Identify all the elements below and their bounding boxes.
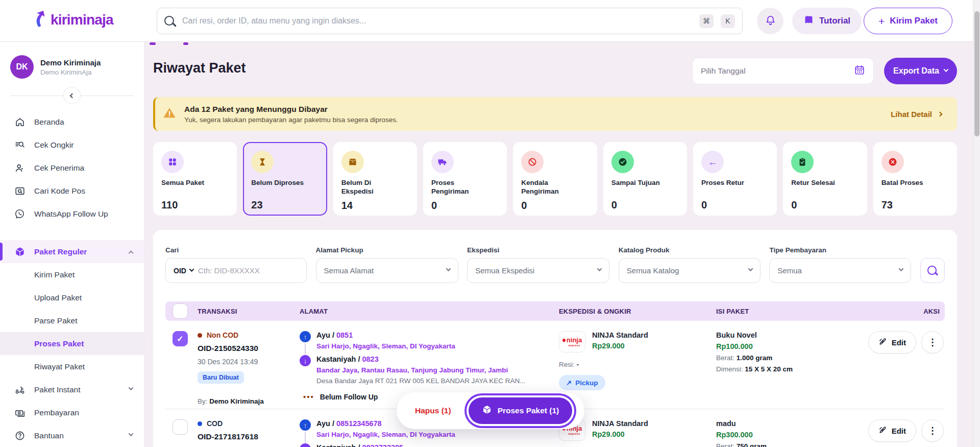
scooter-icon	[14, 384, 26, 395]
date-range-picker[interactable]: Pilih Tanggal	[692, 58, 874, 84]
kirim-paket-label: Kirim Paket	[890, 16, 938, 26]
tutorial-button[interactable]: Tutorial	[792, 8, 862, 34]
shortcut-k-key: K	[721, 14, 735, 28]
sidebar-item-whatsapp-follow-up[interactable]: WhatsApp Follow Up	[0, 202, 144, 225]
status-card-sampai-tujuan[interactable]: Sampai Tujuan 0	[603, 142, 687, 216]
sidebar-item-label: WhatsApp Follow Up	[34, 209, 108, 219]
export-data-button[interactable]: Export Data	[884, 58, 957, 84]
avatar: DK	[10, 55, 34, 79]
sidebar-item-cek-penerima[interactable]: Cek Penerima	[0, 156, 144, 179]
filter-label-tipe-pembayaran: Tipe Pembayaran	[769, 246, 911, 254]
sender-area[interactable]: Sari Harjo, Ngaglik, Sleman, DI Yogyakar…	[316, 431, 455, 438]
status-card-retur-selesai[interactable]: Retur Selesai 0	[783, 142, 867, 216]
status-card-belum-diproses[interactable]: Belum Diproses 23	[243, 142, 327, 216]
aksi-cell: Edit ⋮	[868, 331, 945, 405]
sidebar-item-label: Bantuan	[34, 431, 64, 440]
postcode-search-icon	[14, 185, 26, 197]
sidebar-item-bantuan[interactable]: Bantuan	[0, 424, 144, 447]
global-search[interactable]: ⌘ K	[157, 8, 743, 34]
proses-paket-button[interactable]: Proses Paket (1)	[469, 397, 573, 424]
sidebar-section-paket-reguler[interactable]: Paket Reguler	[0, 240, 144, 263]
recipient-detail: Desa Bandar Jaya RT 021 RW 005 KEL BANDA…	[316, 377, 525, 385]
filter-label-cari: Cari	[165, 246, 307, 254]
search-icon	[927, 266, 937, 275]
truck-icon	[431, 151, 454, 173]
sidebar-item-upload-paket[interactable]: Upload Paket	[0, 286, 144, 309]
sidebar-item-label: Cari Kode Pos	[34, 186, 85, 196]
brand-logo[interactable]: kiriminaja	[32, 10, 113, 30]
payment-type: COD	[198, 419, 300, 428]
row-checkbox[interactable]: ✓	[173, 331, 188, 346]
sidebar-item-beranda[interactable]: Beranda	[0, 110, 144, 133]
search-order-field[interactable]: OID	[165, 258, 307, 283]
chevron-down-icon	[597, 266, 602, 271]
chevron-down-icon	[129, 385, 134, 390]
export-data-label: Export Data	[893, 66, 939, 76]
status-card-belum-di-ekspedisi[interactable]: Belum Di Ekspedisi 14	[333, 142, 417, 216]
tutorial-label: Tutorial	[819, 16, 850, 26]
global-search-input[interactable]	[182, 16, 692, 26]
sender-area[interactable]: Sari Harjo, Ngaglik, Sleman, DI Yogyakar…	[316, 342, 455, 350]
arrow-left-icon: ←	[701, 151, 724, 173]
chevron-down-icon	[899, 266, 904, 271]
sidebar-item-riwayat-paket[interactable]: Riwayat Paket	[0, 355, 144, 378]
item-weight: Berat: 1.000 gram	[716, 353, 808, 363]
plus-icon: +	[878, 16, 885, 27]
filter-label-alamat-pickup: Alamat Pickup	[316, 246, 458, 254]
shortcut-cmd-key: ⌘	[699, 14, 714, 28]
chevron-down-icon	[446, 266, 451, 271]
kirim-paket-button[interactable]: + Kirim Paket	[864, 8, 952, 34]
search-type-dropdown[interactable]: OID	[174, 267, 193, 275]
alamat-pickup-select[interactable]: Semua Alamat	[316, 258, 458, 283]
page-title: Riwayat Paket	[153, 60, 246, 76]
status-card-batal-proses[interactable]: Batal Proses 73	[873, 142, 957, 216]
sidebar-item-proses-paket[interactable]: Proses Paket	[0, 332, 144, 355]
katalog-select[interactable]: Semua Katalog	[619, 258, 761, 283]
row-checkbox[interactable]	[173, 419, 188, 435]
sidebar-item-label: Cek Penerima	[34, 163, 84, 173]
hapus-button[interactable]: Hapus (1)	[415, 406, 451, 415]
money-icon	[14, 407, 26, 418]
sidebar-item-paket-instant[interactable]: Paket Instant	[0, 378, 144, 401]
status-count: 0	[521, 200, 589, 211]
status-card-proses-retur[interactable]: ← Proses Retur 0	[693, 142, 777, 216]
notification-bell-button[interactable]	[757, 8, 783, 34]
status-card-kendala-pengiriman[interactable]: Kendala Pengiriman 0	[513, 142, 597, 216]
recipient-phone: 0823	[362, 355, 378, 363]
edit-button[interactable]: Edit	[868, 331, 916, 354]
lihat-detail-link[interactable]: Lihat Detail	[891, 110, 942, 119]
sidebar-item-parse-paket[interactable]: Parse Paket	[0, 309, 144, 332]
scrollbar-thumb[interactable]	[974, 11, 979, 136]
ekspedisi-select[interactable]: Semua Ekspedisi	[467, 258, 609, 283]
recipient-area[interactable]: Bandar Jaya, Rantau Rasau, Tanjung Jabun…	[316, 366, 525, 374]
select-all-checkbox[interactable]	[173, 303, 188, 319]
column-header-ekspedisi: EKSPEDISI & ONGKIR	[559, 308, 716, 315]
recipient-name-line: Kastaniyah / 0823732305	[316, 443, 403, 447]
transaksi-cell: COD OID-2171817618 26 Des 2024 11:30	[198, 419, 300, 447]
filter-search-button[interactable]	[920, 258, 945, 283]
package-cube-icon	[482, 405, 492, 417]
status-card-proses-pengiriman[interactable]: Proses Pengiriman 0	[423, 142, 507, 216]
more-actions-button[interactable]: ⋮	[921, 419, 944, 442]
sidebar-item-cari-kode-pos[interactable]: Cari Kode Pos	[0, 179, 144, 202]
order-id: OID-2171817618	[198, 432, 300, 441]
sidebar-collapse-button[interactable]	[63, 87, 81, 104]
status-card-semua-paket[interactable]: Semua Paket 110	[153, 142, 237, 216]
arrow-down-icon: ↓	[300, 443, 311, 447]
sidebar-item-pembayaran[interactable]: Pembayaran	[0, 401, 144, 424]
nav-gap	[0, 225, 144, 240]
order-datetime: 30 Des 2024 13:49	[198, 358, 300, 366]
sidebar-item-cek-ongkir[interactable]: Cek Ongkir	[0, 133, 144, 156]
kebab-icon: ⋮	[928, 337, 937, 348]
user-profile[interactable]: DK Demo Kiriminaja Demo KiriminAja	[0, 42, 144, 79]
date-placeholder: Pilih Tanggal	[701, 66, 746, 76]
more-actions-button[interactable]: ⋮	[921, 331, 944, 354]
tipe-pembayaran-select[interactable]: Semua	[769, 258, 911, 283]
sender-phone: 08512345678	[336, 419, 382, 428]
edit-button[interactable]: Edit	[868, 419, 916, 442]
sidebar-item-kirim-paket[interactable]: Kirim Paket	[0, 263, 144, 286]
page-scrollbar[interactable]	[973, 0, 980, 447]
payment-dot-icon	[198, 333, 202, 338]
arrow-up-right-icon: ↗	[566, 379, 572, 387]
order-id-input[interactable]	[198, 266, 275, 275]
